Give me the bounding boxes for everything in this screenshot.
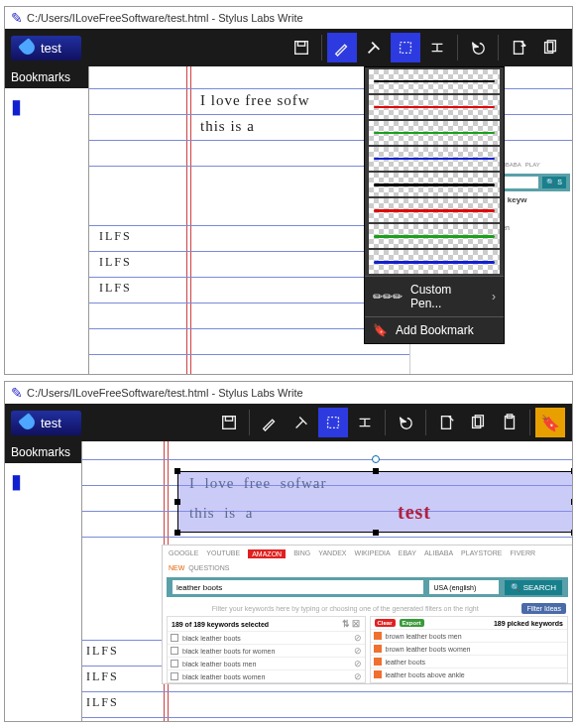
- col-action-icon[interactable]: ⇅ ☒: [342, 619, 361, 629]
- pen-preset[interactable]: [369, 250, 500, 274]
- window-title: C:/Users/ILoveFreeSoftware/test.html - S…: [27, 387, 303, 399]
- svg-rect-7: [225, 417, 232, 422]
- bookmarks-header: Bookmarks: [5, 441, 81, 463]
- rotation-handle[interactable]: [372, 455, 380, 463]
- file-tab-icon: [18, 413, 38, 432]
- clipboard-cut-button[interactable]: [431, 408, 461, 437]
- embedded-region-select[interactable]: USA (english): [429, 580, 499, 594]
- resize-handle[interactable]: [174, 468, 180, 474]
- embedded-search-button[interactable]: 🔍 SEARCH: [505, 580, 562, 595]
- pen-preset[interactable]: [369, 198, 500, 222]
- bookmarks-header: Bookmarks: [5, 66, 88, 88]
- drawing-canvas[interactable]: I love free sofw this is a test ILFS ILF…: [89, 66, 572, 374]
- embedded-search-btn[interactable]: 🔍 S: [542, 177, 566, 188]
- pen-marker-icon: ✏✏✏: [373, 290, 403, 303]
- file-tab-icon: [18, 38, 38, 58]
- embedded-search-bar: USA (english) 🔍 SEARCH: [167, 577, 568, 597]
- bookmark-flag-icon[interactable]: ▮: [11, 469, 75, 493]
- bookmarks-panel: Bookmarks ▮: [5, 441, 82, 722]
- select-tool-button[interactable]: [391, 33, 420, 62]
- svg-rect-1: [297, 42, 304, 47]
- pen-preset[interactable]: [369, 121, 500, 145]
- embedded-query-input[interactable]: [173, 580, 423, 594]
- pen-preset[interactable]: [369, 69, 500, 93]
- custom-pen-label: Custom Pen...: [410, 283, 484, 310]
- clipboard-copy-button[interactable]: [535, 33, 565, 62]
- pen-preset[interactable]: [369, 147, 500, 171]
- pen-tool-button[interactable]: [327, 33, 357, 62]
- resize-handle[interactable]: [174, 499, 180, 505]
- resize-handle[interactable]: [174, 530, 180, 536]
- resize-handle[interactable]: [571, 468, 572, 474]
- select-tool-button[interactable]: [318, 408, 348, 437]
- pen-preset[interactable]: [369, 95, 500, 119]
- insert-space-button[interactable]: [422, 33, 452, 62]
- svg-rect-8: [328, 418, 339, 428]
- eraser-tool-button[interactable]: [359, 33, 389, 62]
- svg-rect-2: [401, 43, 411, 54]
- workspace: Bookmarks ▮ I love free sofwar this is a…: [5, 441, 572, 722]
- save-button[interactable]: [214, 408, 244, 437]
- pen-tool-button[interactable]: [255, 408, 285, 437]
- app-icon: ✎: [11, 10, 23, 26]
- workspace: Bookmarks ▮ I love free sofw this is a t…: [5, 66, 572, 374]
- handwriting-line: this is a: [200, 118, 255, 135]
- eraser-tool-button[interactable]: [287, 408, 316, 437]
- embedded-tab-active[interactable]: AMAZON: [248, 549, 286, 558]
- undo-button[interactable]: [391, 408, 420, 437]
- undo-button[interactable]: [463, 33, 493, 62]
- embedded-hint: Filter your keywords here by typing or c…: [169, 601, 521, 616]
- svg-rect-3: [515, 42, 523, 55]
- resize-handle[interactable]: [373, 468, 379, 474]
- handwriting-small: ILFS: [86, 669, 119, 684]
- insert-space-button[interactable]: [350, 408, 380, 437]
- pen-palette-dropdown: ✏✏✏ Custom Pen... › 🔖 Add Bookmark: [364, 66, 505, 344]
- save-button[interactable]: [287, 33, 316, 62]
- screenshot-1: ✎ C:/Users/ILoveFreeSoftware/test.html -…: [4, 6, 573, 375]
- add-bookmark-label: Add Bookmark: [396, 323, 474, 337]
- resize-handle[interactable]: [571, 499, 572, 505]
- clipboard-copy-button[interactable]: [463, 408, 493, 437]
- handwriting-small: ILFS: [99, 255, 132, 270]
- resize-handle[interactable]: [571, 530, 572, 536]
- svg-rect-0: [295, 42, 308, 55]
- bookmark-add-icon: 🔖: [373, 323, 388, 337]
- handwriting-test: test: [398, 501, 431, 524]
- embedded-filter-button[interactable]: Filter Ideas: [521, 603, 566, 614]
- file-tab[interactable]: test: [11, 36, 81, 61]
- clipboard-cut-button[interactable]: [504, 33, 533, 62]
- handwriting-small: ILFS: [99, 281, 132, 296]
- handwriting-line: I love free sofw: [200, 92, 310, 109]
- handwriting-small: ILFS: [86, 695, 119, 710]
- file-tab[interactable]: test: [11, 411, 81, 435]
- handwriting-small: ILFS: [86, 644, 119, 659]
- handwriting-line: this is a: [189, 505, 253, 522]
- file-tab-label: test: [41, 41, 61, 56]
- custom-pen-button[interactable]: ✏✏✏ Custom Pen... ›: [365, 276, 504, 316]
- handwriting-small: ILFS: [99, 229, 132, 244]
- window-title: C:/Users/ILoveFreeSoftware/test.html - S…: [27, 12, 303, 24]
- resize-handle[interactable]: [373, 530, 379, 536]
- window-titlebar: ✎ C:/Users/ILoveFreeSoftware/test.html -…: [5, 382, 572, 404]
- svg-rect-9: [442, 417, 451, 429]
- bookmarks-panel: Bookmarks ▮: [5, 66, 89, 374]
- pen-preset[interactable]: [369, 173, 500, 196]
- chevron-right-icon: ›: [492, 290, 496, 303]
- drawing-canvas[interactable]: I love free sofwar this is a test ILFS I…: [82, 441, 572, 722]
- embedded-tabs: GOOGLEYOUTUBE AMAZON BINGYANDEXWIKIPEDIA…: [163, 546, 572, 562]
- window-titlebar: ✎ C:/Users/ILoveFreeSoftware/test.html -…: [5, 7, 572, 29]
- toolbar: test 🔖: [5, 404, 572, 441]
- toolbar: test: [5, 29, 572, 66]
- bookmark-flag-icon[interactable]: ▮: [11, 94, 82, 118]
- add-bookmark-button[interactable]: 🔖 Add Bookmark: [365, 316, 504, 343]
- svg-rect-6: [223, 417, 236, 429]
- embedded-left-col: 189 of 189 keywords selected⇅ ☒ black le…: [167, 616, 366, 683]
- handwriting-line: I love free sofwar: [189, 475, 326, 492]
- app-icon: ✎: [11, 385, 23, 401]
- embedded-right-col: Clear Export 189 picked keywords brown l…: [370, 616, 569, 683]
- bookmark-toggle-button[interactable]: 🔖: [535, 408, 565, 437]
- clipboard-paste-button[interactable]: [495, 408, 524, 437]
- bookmark-icon: 🔖: [540, 414, 560, 432]
- file-tab-label: test: [41, 416, 61, 430]
- pen-preset[interactable]: [369, 224, 500, 248]
